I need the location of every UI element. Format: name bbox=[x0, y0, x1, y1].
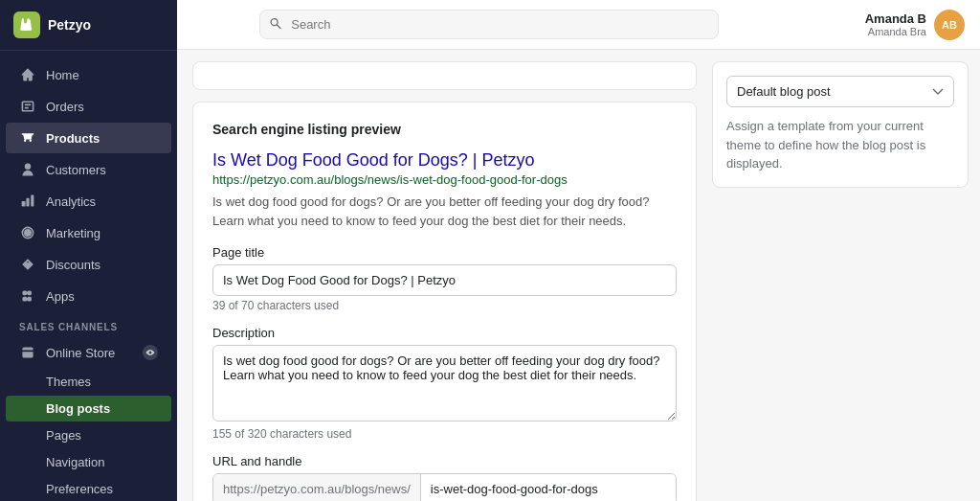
sidebar-nav: Home Orders Products Customers bbox=[0, 51, 177, 501]
top-card-stub bbox=[192, 61, 697, 90]
sidebar-item-products-label: Products bbox=[46, 131, 100, 146]
sidebar-item-products[interactable]: Products bbox=[6, 123, 171, 153]
seo-card: Search engine listing preview Is Wet Dog… bbox=[192, 102, 697, 501]
sidebar-sub-themes[interactable]: Themes bbox=[6, 369, 171, 395]
description-label: Description bbox=[212, 326, 677, 340]
description-input[interactable]: Is wet dog food good for dogs? Or are yo… bbox=[212, 345, 677, 421]
form-wrapper: Search engine listing preview Is Wet Dog… bbox=[177, 50, 712, 501]
user-info: Amanda B Amanda Bra bbox=[865, 11, 926, 37]
navigation-label: Navigation bbox=[46, 455, 104, 469]
sidebar-item-customers[interactable]: Customers bbox=[6, 154, 171, 185]
main-wrapper: Amanda B Amanda Bra AB Search engine lis… bbox=[177, 0, 980, 501]
orders-icon bbox=[19, 98, 36, 115]
sidebar-item-online-store[interactable]: Online Store bbox=[6, 337, 171, 368]
store-name: Petzyo bbox=[48, 17, 91, 33]
url-handle-group: URL and handle https://petzyo.com.au/blo… bbox=[212, 454, 677, 501]
sidebar-item-orders-label: Orders bbox=[46, 100, 84, 114]
page-title-char-count: 39 of 70 characters used bbox=[212, 299, 677, 312]
page-title-group: Page title 39 of 70 characters used bbox=[212, 245, 677, 312]
pages-label: Pages bbox=[46, 428, 81, 443]
search-icon bbox=[269, 16, 282, 33]
sidebar-sub-navigation[interactable]: Navigation bbox=[6, 449, 171, 475]
shopify-logo bbox=[13, 11, 40, 38]
sidebar-item-marketing-label: Marketing bbox=[46, 226, 100, 240]
content-area: Search engine listing preview Is Wet Dog… bbox=[177, 50, 980, 501]
avatar[interactable]: AB bbox=[934, 10, 965, 40]
seo-preview-url: https://petzyo.com.au/blogs/news/is-wet-… bbox=[212, 172, 677, 187]
description-group: Description Is wet dog food good for dog… bbox=[212, 326, 677, 441]
apps-icon bbox=[19, 287, 36, 305]
page-title-label: Page title bbox=[212, 245, 677, 260]
sidebar-item-analytics[interactable]: Analytics bbox=[6, 186, 171, 216]
sidebar-item-discounts[interactable]: Discounts bbox=[6, 249, 171, 280]
sidebar-item-analytics-label: Analytics bbox=[46, 194, 96, 209]
user-area: Amanda B Amanda Bra AB bbox=[865, 10, 965, 40]
preferences-label: Preferences bbox=[46, 482, 113, 496]
sidebar-item-home-label: Home bbox=[46, 68, 79, 82]
url-prefix: https://petzyo.com.au/blogs/news/ bbox=[213, 474, 421, 501]
url-handle-input[interactable] bbox=[421, 474, 676, 501]
sidebar-item-marketing[interactable]: Marketing bbox=[6, 217, 171, 248]
url-handle-label: URL and handle bbox=[212, 454, 677, 468]
home-icon bbox=[19, 66, 36, 83]
channels-section-label: SALES CHANNELS bbox=[0, 312, 177, 336]
seo-preview-desc: Is wet dog food good for dogs? Or are yo… bbox=[212, 193, 677, 230]
analytics-icon bbox=[19, 193, 36, 210]
description-char-count: 155 of 320 characters used bbox=[212, 427, 677, 441]
online-store-icon bbox=[19, 344, 36, 361]
seo-section-title: Search engine listing preview bbox=[212, 122, 677, 137]
sidebar-item-apps-label: Apps bbox=[46, 289, 75, 304]
sidebar-item-home[interactable]: Home bbox=[6, 59, 171, 90]
topbar: Amanda B Amanda Bra AB bbox=[177, 0, 980, 50]
customers-icon bbox=[19, 161, 36, 178]
user-subtitle: Amanda Bra bbox=[865, 26, 926, 37]
user-name: Amanda B bbox=[865, 11, 926, 26]
sidebar-sub-preferences[interactable]: Preferences bbox=[6, 476, 171, 501]
blog-posts-label: Blog posts bbox=[46, 401, 110, 416]
page-title-input[interactable] bbox=[212, 264, 677, 296]
right-panel: Default blog post Assign a template from… bbox=[712, 50, 980, 501]
template-panel-card: Default blog post Assign a template from… bbox=[712, 61, 969, 188]
themes-label: Themes bbox=[46, 375, 91, 389]
seo-preview-title[interactable]: Is Wet Dog Food Good for Dogs? | Petzyo bbox=[212, 150, 677, 171]
sidebar: Petzyo Home Orders Products bbox=[0, 0, 177, 501]
search-bar-container bbox=[259, 10, 719, 39]
sidebar-item-customers-label: Customers bbox=[46, 163, 106, 177]
url-field-wrapper: https://petzyo.com.au/blogs/news/ bbox=[212, 473, 677, 501]
visibility-icon[interactable] bbox=[143, 345, 158, 360]
search-input[interactable] bbox=[259, 10, 719, 39]
sidebar-item-apps[interactable]: Apps bbox=[6, 281, 171, 311]
sidebar-sub-pages[interactable]: Pages bbox=[6, 422, 171, 448]
discounts-icon bbox=[19, 256, 36, 273]
sidebar-item-orders[interactable]: Orders bbox=[6, 91, 171, 122]
template-select[interactable]: Default blog post bbox=[726, 76, 954, 107]
sidebar-header: Petzyo bbox=[0, 0, 177, 51]
products-icon bbox=[19, 129, 36, 147]
online-store-label: Online Store bbox=[46, 346, 143, 360]
sidebar-sub-blog-posts[interactable]: Blog posts bbox=[6, 396, 171, 421]
marketing-icon bbox=[19, 224, 36, 241]
template-description: Assign a template from your current them… bbox=[726, 117, 954, 173]
sidebar-item-discounts-label: Discounts bbox=[46, 258, 100, 272]
page-content: Search engine listing preview Is Wet Dog… bbox=[177, 50, 712, 501]
